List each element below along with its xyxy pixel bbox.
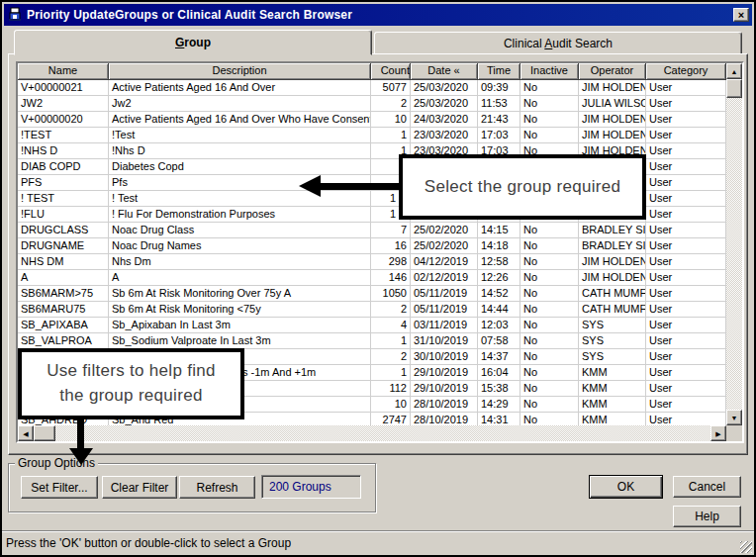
cell-desc: !Nhs D <box>109 143 371 159</box>
vertical-scrollbar[interactable] <box>726 63 742 425</box>
horizontal-scroll-thumb[interactable] <box>34 425 55 441</box>
column-header-operator[interactable]: Operator <box>579 63 646 80</box>
cell-count: 10 <box>371 397 411 413</box>
cell-inactive: No <box>520 365 579 381</box>
cell-name: NHS DM <box>18 254 109 270</box>
cell-operator: CATH MUMF <box>579 286 646 302</box>
cell-time: 12:03 <box>478 318 520 333</box>
cell-category: User <box>646 302 726 318</box>
table-row[interactable]: JW2Jw2225/03/202011:53NoJULIA WILSOUser <box>18 96 726 112</box>
cell-desc: ! Test <box>109 191 371 207</box>
cell-count: 16 <box>371 238 411 254</box>
column-header-inactive[interactable]: Inactive <box>520 63 579 80</box>
cell-time: 14:37 <box>478 349 520 365</box>
column-header-name[interactable]: Name <box>18 63 109 80</box>
cell-count: 1050 <box>371 286 411 302</box>
cell-inactive: No <box>520 318 579 333</box>
callout-filter-line1: Use filters to help find <box>47 359 216 384</box>
tab-group-label: Group <box>175 36 211 49</box>
cell-operator: SYS <box>579 333 646 349</box>
scroll-up-icon[interactable]: ▲ <box>726 63 742 79</box>
set-filter-button[interactable]: Set Filter... <box>21 476 98 499</box>
refresh-button[interactable]: Refresh <box>179 476 255 499</box>
cell-count: 2 <box>371 302 411 318</box>
cancel-button[interactable]: Cancel <box>673 476 741 498</box>
table-row[interactable]: V+00000020Active Patients Aged 16 And Ov… <box>18 112 726 128</box>
cell-name: SB_VALPROA <box>18 333 109 349</box>
window-title: Priority UpdateGroups or Clinical Audit … <box>27 8 733 22</box>
cell-category: User <box>646 286 726 302</box>
cell-inactive: No <box>520 112 579 128</box>
table-row[interactable]: SB6MARM>75Sb 6m At Risk Monitoring Over … <box>18 286 726 302</box>
cell-desc: Noac Drug Names <box>109 238 371 254</box>
dialog-window: Priority UpdateGroups or Clinical Audit … <box>0 0 756 557</box>
horizontal-scrollbar[interactable] <box>18 425 726 441</box>
column-header-category[interactable]: Category <box>646 63 726 80</box>
clear-filter-button[interactable]: Clear Filter <box>102 476 177 499</box>
table-row[interactable]: SB_APIXABASb_Apixaban In Last 3m403/11/2… <box>18 318 726 333</box>
cell-inactive: No <box>520 96 579 112</box>
table-row[interactable]: SB6MARU75Sb 6m At Risk Monitoring <75y20… <box>18 302 726 318</box>
cell-date: 25/02/2020 <box>411 223 478 238</box>
table-row[interactable]: V+00000021Active Patients Aged 16 And Ov… <box>18 80 726 96</box>
cell-operator: JIM HOLDEN <box>579 112 646 128</box>
cell-time: 14:31 <box>478 413 520 425</box>
cell-inactive: No <box>520 128 579 143</box>
table-row[interactable]: SB_VALPROASb_Sodium Valproate In Last 3m… <box>18 333 726 349</box>
cell-desc: Active Patients Aged 16 And Over <box>109 80 371 96</box>
column-header-date[interactable]: Date « <box>411 63 478 80</box>
table-row[interactable]: AA14602/12/201912:26NoJIM HOLDENUser <box>18 270 726 286</box>
ok-button[interactable]: OK <box>589 475 663 499</box>
cell-category: User <box>646 333 726 349</box>
resize-grip-icon[interactable] <box>740 541 752 553</box>
cell-count: 2 <box>371 349 411 365</box>
status-bar: Press the 'OK' button or double-click to… <box>6 536 738 552</box>
column-header-desc[interactable]: Description <box>109 63 371 80</box>
table-row[interactable]: NHS DMNhs Dm29804/12/201912:58NoJIM HOLD… <box>18 254 726 270</box>
cell-date: 31/10/2019 <box>411 333 478 349</box>
cell-date: 29/10/2019 <box>411 365 478 381</box>
tab-clinical-audit-search[interactable]: Clinical Audit Search <box>374 32 742 54</box>
cell-inactive: No <box>520 397 579 413</box>
cell-inactive: No <box>520 381 579 397</box>
cell-inactive: No <box>520 302 579 318</box>
cell-inactive: No <box>520 238 579 254</box>
cell-time: 16:04 <box>478 365 520 381</box>
cell-desc: !Test <box>109 128 371 143</box>
scrollbar-corner <box>726 425 742 441</box>
cell-name: DRUGNAME <box>18 238 109 254</box>
tab-group[interactable]: Group <box>14 30 372 55</box>
callout-select-group: Select the group required <box>399 154 646 220</box>
cell-operator: KMM <box>579 365 646 381</box>
table-row[interactable]: DRUGNAMENoac Drug Names1625/02/202014:18… <box>18 238 726 254</box>
cell-category: User <box>646 207 726 223</box>
cell-inactive: No <box>520 254 579 270</box>
scroll-left-icon[interactable]: ◀ <box>18 425 34 441</box>
cell-desc: Nhs Dm <box>109 254 371 270</box>
column-header-count[interactable]: Count <box>371 63 411 80</box>
table-row[interactable]: DRUGCLASSNoac Drug Class725/02/202014:15… <box>18 223 726 238</box>
cell-time: 09:39 <box>478 80 520 96</box>
column-header-time[interactable]: Time <box>478 63 520 80</box>
cell-date: 29/10/2019 <box>411 381 478 397</box>
scroll-right-icon[interactable]: ▶ <box>710 425 726 441</box>
cell-name: ! TEST <box>18 191 109 207</box>
cell-desc: Sb_Sodium Valproate In Last 3m <box>109 333 371 349</box>
cell-category: User <box>646 413 726 425</box>
cell-name: SB6MARU75 <box>18 302 109 318</box>
cell-desc: Sb 6m At Risk Monitoring Over 75y A <box>109 286 371 302</box>
cell-name: A <box>18 270 109 286</box>
table-row[interactable]: !TEST!Test123/03/202017:03NoJIM HOLDENUs… <box>18 128 726 143</box>
arrow-left-head-icon <box>299 175 321 197</box>
cell-name: !TEST <box>18 128 109 143</box>
app-icon <box>7 7 23 23</box>
cell-inactive: No <box>520 349 579 365</box>
cell-count: 298 <box>371 254 411 270</box>
cell-inactive: No <box>520 223 579 238</box>
help-button[interactable]: Help <box>673 506 741 527</box>
vertical-scroll-thumb[interactable] <box>726 79 742 98</box>
close-icon[interactable]: × <box>733 8 749 22</box>
scroll-down-icon[interactable]: ▼ <box>726 410 742 425</box>
cell-count: 1 <box>371 128 411 143</box>
cell-date: 03/11/2019 <box>411 318 478 333</box>
